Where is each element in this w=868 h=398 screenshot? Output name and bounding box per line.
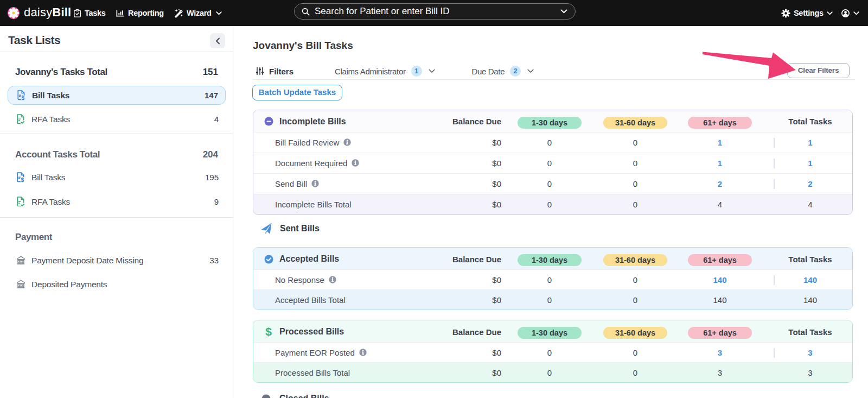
- svg-text:$: $: [21, 177, 24, 182]
- svg-text:$: $: [21, 95, 24, 100]
